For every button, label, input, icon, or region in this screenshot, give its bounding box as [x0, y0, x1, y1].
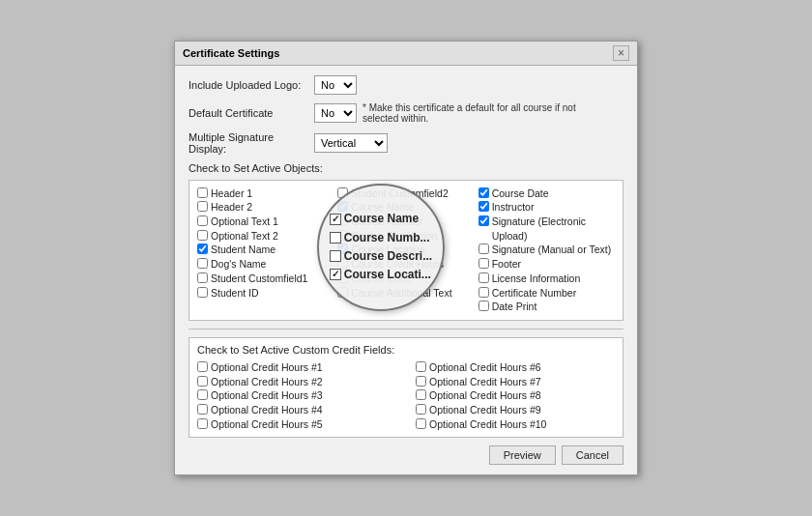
list-item: Date Print: [478, 300, 615, 314]
list-item: Student Customfield2: [337, 186, 474, 201]
list-item: Optional Credit Hours #4: [197, 403, 396, 417]
list-item: Header 1: [197, 186, 334, 201]
dialog-body: Include Uploaded Logo: No Yes Default Ce…: [175, 66, 637, 475]
default-cert-control: No Yes * Make this certificate a default…: [314, 102, 604, 124]
dialog-wrapper: Certificate Settings × Include Uploaded …: [174, 41, 638, 476]
checkbox-grid: Header 1 Header 2 Optional Text 1 Option…: [197, 186, 615, 314]
credit1-checkbox[interactable]: [197, 361, 208, 372]
include-logo-label: Include Uploaded Logo:: [188, 79, 314, 91]
cancel-button[interactable]: Cancel: [562, 445, 624, 465]
credit8-checkbox[interactable]: [416, 389, 426, 400]
credit9-checkbox[interactable]: [416, 404, 426, 415]
student-id-checkbox[interactable]: [197, 287, 208, 298]
list-item: Course Icons: [337, 272, 474, 286]
close-button[interactable]: ×: [613, 45, 629, 61]
signature-control: Vertical Horizontal: [314, 133, 388, 153]
course-number-checkbox[interactable]: [337, 215, 348, 226]
list-item: Optional Credit Hours #6: [416, 360, 615, 375]
student-customfield2-checkbox[interactable]: [337, 187, 348, 198]
list-item: Optional Credit Hours #7: [416, 375, 615, 389]
list-item: License Information: [478, 272, 615, 286]
list-item: Optional Credit Hours #2: [197, 375, 396, 389]
credit5-checkbox[interactable]: [197, 418, 208, 429]
credit4-checkbox[interactable]: [197, 404, 208, 415]
date-print-checkbox[interactable]: [478, 301, 489, 311]
list-item: Optional Credit Hours #9: [416, 403, 615, 417]
list-item: Course Additional Text: [337, 286, 474, 301]
course-description-checkbox[interactable]: [337, 230, 348, 241]
credit-grid: Optional Credit Hours #1 Optional Credit…: [197, 360, 615, 431]
course-additional-text-checkbox[interactable]: [337, 287, 348, 298]
list-item: Student Customfield1: [197, 272, 334, 286]
certificate-number-checkbox[interactable]: [478, 287, 489, 298]
signature-row: Multiple Signature Display: Vertical Hor…: [188, 131, 624, 155]
instructor-checkbox[interactable]: [478, 201, 489, 212]
active-objects-section: Header 1 Header 2 Optional Text 1 Option…: [188, 180, 624, 321]
list-item: Student Name: [197, 243, 334, 257]
credit6-checkbox[interactable]: [416, 361, 426, 372]
credit-section-label: Check to Set Active Custom Credit Fields…: [197, 344, 615, 356]
list-item: Course Description: [337, 229, 474, 244]
list-item: Course Name: [337, 200, 474, 215]
default-cert-note: * Make this certificate a default for al…: [362, 102, 604, 124]
checkbox-col3: Course Date Instructor Signature (Electr…: [478, 186, 615, 314]
checkbox-col2: Student Customfield2 Course Name Course …: [337, 186, 474, 314]
credit-col2: Optional Credit Hours #6 Optional Credit…: [416, 360, 615, 431]
list-item: Optional Credit Hours #1: [197, 360, 396, 375]
section-divider: [188, 329, 624, 330]
credit3-checkbox[interactable]: [197, 389, 208, 400]
student-name-checkbox[interactable]: [197, 244, 208, 254]
list-item: Footer: [478, 257, 615, 272]
list-item: Optional Credit Hours #3: [197, 388, 396, 403]
list-item: Optional Text 2: [197, 229, 334, 244]
student-customfield1-checkbox[interactable]: [197, 272, 208, 283]
list-item: Certificate Number: [478, 286, 615, 301]
default-cert-row: Default Certificate No Yes * Make this c…: [188, 102, 624, 124]
optional-text2-checkbox[interactable]: [197, 230, 208, 241]
include-logo-select[interactable]: No Yes: [314, 75, 357, 95]
course-name-checkbox[interactable]: [337, 201, 348, 212]
list-item: Instructor: [478, 200, 615, 215]
list-item: Optional Credit Hours #10: [416, 417, 615, 432]
list-item: Course Number: [337, 215, 474, 229]
signature-select[interactable]: Vertical Horizontal: [314, 133, 388, 153]
signature-label: Multiple Signature Display:: [188, 131, 314, 155]
default-cert-label: Default Certificate: [188, 107, 314, 119]
course-date-checkbox[interactable]: [478, 187, 489, 198]
checkbox-col1: Header 1 Header 2 Optional Text 1 Option…: [197, 186, 334, 314]
list-item: Course Credit Hours: [337, 257, 474, 272]
default-cert-select[interactable]: No Yes: [314, 103, 357, 123]
dogs-name-checkbox[interactable]: [197, 258, 208, 269]
course-credit-hours-checkbox[interactable]: [337, 258, 348, 269]
signature-electronic-checkbox[interactable]: [478, 215, 489, 226]
header2-checkbox[interactable]: [197, 201, 208, 212]
include-logo-control: No Yes: [314, 75, 357, 95]
credit-fields-section: Check to Set Active Custom Credit Fields…: [188, 337, 624, 438]
credit-col1: Optional Credit Hours #1 Optional Credit…: [197, 360, 396, 431]
credit7-checkbox[interactable]: [416, 376, 426, 387]
list-item: Course Location: [337, 243, 474, 257]
optional-text1-checkbox[interactable]: [197, 215, 208, 226]
list-item: Optional Text 1: [197, 215, 334, 229]
certificate-settings-dialog: Certificate Settings × Include Uploaded …: [174, 41, 638, 476]
list-item: Header 2: [197, 200, 334, 215]
signature-manual-checkbox[interactable]: [478, 244, 489, 254]
footer-checkbox[interactable]: [478, 258, 489, 269]
list-item: Course Date: [478, 186, 615, 201]
course-icons-checkbox[interactable]: [337, 272, 348, 283]
dialog-titlebar: Certificate Settings ×: [175, 42, 637, 66]
list-item: Signature (Manual or Text): [478, 243, 615, 257]
list-item: Optional Credit Hours #8: [416, 388, 615, 403]
credit10-checkbox[interactable]: [416, 418, 426, 429]
include-logo-row: Include Uploaded Logo: No Yes: [188, 75, 624, 95]
license-information-checkbox[interactable]: [478, 272, 489, 283]
active-objects-label: Check to Set Active Objects:: [188, 162, 624, 174]
course-location-checkbox[interactable]: [337, 244, 348, 254]
credit2-checkbox[interactable]: [197, 376, 208, 387]
list-item: Signature (Electronic Upload): [478, 215, 615, 243]
header1-checkbox[interactable]: [197, 187, 208, 198]
list-item: Student ID: [197, 286, 334, 301]
preview-button[interactable]: Preview: [489, 445, 556, 465]
button-row: Preview Cancel: [188, 445, 624, 465]
dialog-title: Certificate Settings: [183, 47, 279, 59]
